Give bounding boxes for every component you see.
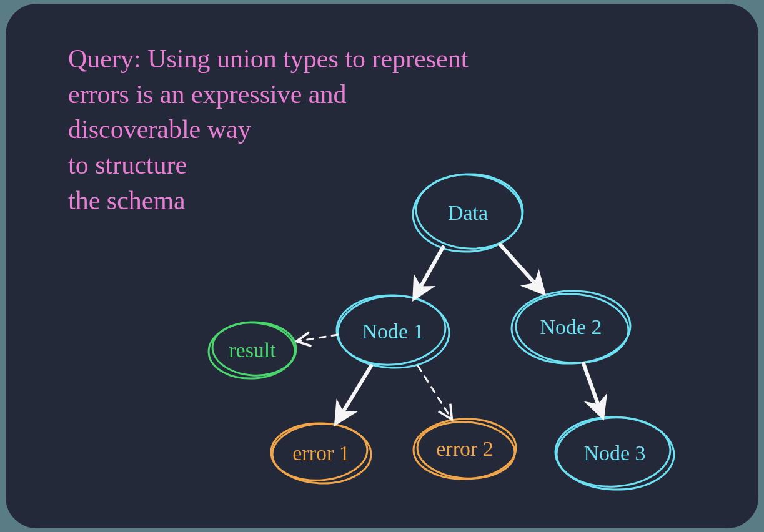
- node-node3-label: Node 3: [583, 441, 645, 465]
- node-result-label: result: [229, 338, 276, 362]
- node-error2-label: error 2: [436, 437, 494, 461]
- edge-data-node2: [500, 245, 543, 292]
- query-text: Query: Using union types to represent er…: [68, 41, 468, 218]
- edge-data-node1: [415, 247, 443, 297]
- node-error1-label: error 1: [292, 441, 350, 465]
- node-node2-label: Node 2: [540, 315, 602, 339]
- diagram-card: Query: Using union types to represent er…: [6, 4, 758, 528]
- edge-node2-node3: [583, 363, 602, 416]
- node-data-label: Data: [448, 201, 488, 225]
- edge-node1-error2: [418, 366, 450, 417]
- edge-node1-error1: [337, 366, 371, 422]
- node-node1-label: Node 1: [362, 320, 424, 343]
- edge-node1-result: [299, 335, 338, 341]
